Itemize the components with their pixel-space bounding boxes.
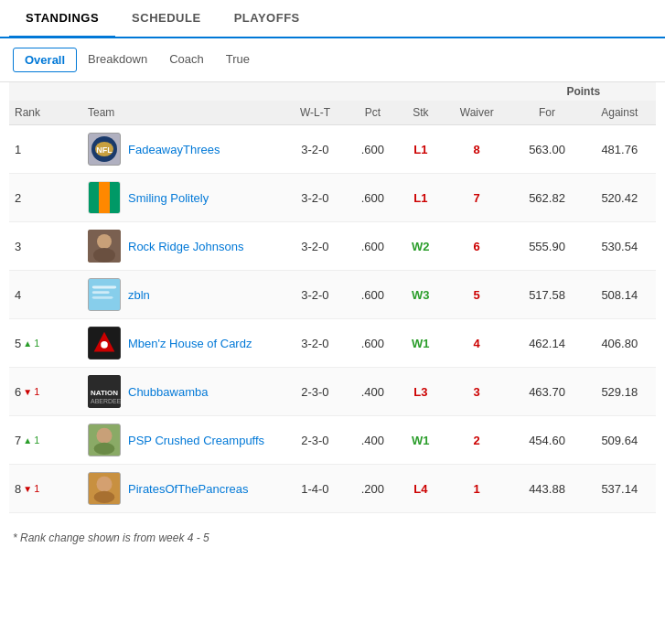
wlt-cell: 3-2-0: [284, 125, 347, 174]
svg-point-18: [94, 443, 115, 455]
team-avatar: [88, 181, 121, 214]
team-avatar: [88, 424, 121, 456]
points-against-cell: 529.18: [584, 368, 656, 416]
team-avatar: [88, 472, 121, 505]
waiver-cell: 5: [443, 271, 511, 319]
rank-cell: 5 ▲ 1: [9, 319, 82, 368]
waiver-cell: 2: [443, 416, 511, 465]
svg-point-21: [94, 491, 115, 503]
waiver-cell: 6: [443, 222, 511, 271]
rank-arrow-icon: ▼: [23, 387, 32, 397]
tab-schedule[interactable]: SCHEDULE: [115, 0, 218, 37]
rank-number: 3: [15, 240, 21, 253]
points-against-cell: 481.76: [584, 125, 656, 174]
points-against-cell: 406.80: [584, 319, 656, 368]
team-avatar: NFL: [88, 133, 121, 166]
subtab-breakdown[interactable]: Breakdown: [77, 48, 158, 72]
streak-cell: W2: [399, 222, 443, 271]
team-cell: Rock Ridge Johnsons: [82, 222, 284, 271]
points-for-cell: 454.60: [511, 416, 584, 465]
table-row: 5 ▲ 1 Mben'z House of Cardz 3-2-0 .600 W…: [9, 319, 656, 368]
col-rank: Rank: [9, 101, 82, 125]
subtab-coach[interactable]: Coach: [158, 48, 215, 72]
col-against: Against: [584, 101, 656, 125]
rank-number: 4: [15, 288, 21, 302]
rank-change-num: 1: [34, 483, 39, 494]
rank-cell: 6 ▼ 1: [9, 368, 82, 416]
waiver-cell: 4: [443, 319, 511, 368]
streak-cell: L4: [399, 465, 443, 513]
points-for-cell: 443.88: [511, 465, 584, 513]
svg-rect-8: [92, 291, 110, 294]
team-avatar: [88, 327, 121, 360]
rank-number: 2: [15, 191, 21, 205]
points-against-cell: 530.54: [584, 222, 656, 271]
wlt-cell: 3-2-0: [284, 222, 347, 271]
table-row: 7 ▲ 1 PSP Crushed Creampuffs 2-3-0 .400 …: [9, 416, 656, 465]
subtab-true[interactable]: True: [215, 48, 261, 72]
streak-cell: L1: [399, 125, 443, 174]
team-name[interactable]: Mben'z House of Cardz: [128, 337, 252, 350]
team-avatar: [88, 278, 121, 311]
subtab-overall[interactable]: Overall: [13, 48, 77, 72]
tab-standings[interactable]: STANDINGS: [9, 0, 115, 38]
points-against-cell: 520.42: [584, 174, 656, 222]
tab-playoffs[interactable]: PLAYOFFS: [218, 0, 316, 37]
col-for: For: [511, 101, 584, 125]
streak-cell: W1: [399, 416, 443, 465]
col-pct: Pct: [347, 101, 399, 125]
rank-change-num: 1: [34, 338, 39, 349]
pct-cell: .600: [347, 125, 399, 174]
rank-number: 1: [15, 143, 21, 156]
rank-cell: 2: [9, 174, 82, 222]
svg-point-20: [97, 477, 113, 492]
svg-text:NFL: NFL: [96, 145, 113, 155]
rank-cell: 8 ▼ 1: [9, 465, 82, 513]
rank-number: 5: [15, 337, 21, 350]
pct-cell: .400: [347, 416, 399, 465]
rank-arrow-icon: ▼: [23, 484, 32, 494]
rank-cell: 4: [9, 271, 82, 319]
team-cell: Smiling Politely: [82, 174, 284, 222]
team-name[interactable]: Rock Ridge Johnsons: [128, 240, 243, 253]
rank-arrow-icon: ▲: [23, 338, 32, 349]
wlt-cell: 3-2-0: [284, 174, 347, 222]
streak-cell: W3: [399, 271, 443, 319]
team-name[interactable]: Chubbawamba: [128, 385, 208, 399]
team-name[interactable]: PiratesOfThePancreas: [128, 482, 249, 496]
team-name[interactable]: PSP Crushed Creampuffs: [128, 434, 264, 447]
team-cell: PiratesOfThePancreas: [82, 465, 284, 513]
wlt-cell: 2-3-0: [284, 416, 347, 465]
points-for-cell: 563.00: [511, 125, 584, 174]
pct-cell: .600: [347, 174, 399, 222]
pct-cell: .200: [347, 465, 399, 513]
table-row: 1 NFL FadeawayThrees 3-2-0 .600 L1 8 563…: [9, 125, 656, 174]
waiver-cell: 8: [443, 125, 511, 174]
rank-change-num: 1: [34, 386, 39, 397]
team-cell: zbln: [82, 271, 284, 319]
points-against-cell: 508.14: [584, 271, 656, 319]
col-stk: Stk: [399, 101, 443, 125]
team-avatar: NATION ABERDEEN: [88, 375, 121, 408]
svg-point-5: [93, 248, 115, 263]
team-name[interactable]: FadeawayThrees: [128, 143, 220, 156]
points-for-cell: 462.14: [511, 319, 584, 368]
waiver-cell: 1: [443, 465, 511, 513]
pct-cell: .400: [347, 368, 399, 416]
pct-cell: .600: [347, 271, 399, 319]
table-row: 6 ▼ 1 NATION ABERDEEN Chubbawamba 2-3-0 …: [9, 368, 656, 416]
team-name[interactable]: zbln: [128, 288, 150, 302]
svg-rect-6: [89, 279, 120, 310]
team-cell: PSP Crushed Creampuffs: [82, 416, 284, 465]
rank-cell: 1: [9, 125, 82, 174]
team-name[interactable]: Smiling Politely: [128, 191, 209, 205]
rank-number: 6: [15, 385, 21, 399]
rank-arrow-icon: ▲: [23, 435, 32, 445]
rank-change-num: 1: [34, 435, 39, 445]
points-group-header: Points: [511, 82, 656, 101]
points-against-cell: 537.14: [584, 465, 656, 513]
svg-text:ABERDEEN: ABERDEEN: [91, 398, 121, 404]
team-avatar: [88, 230, 121, 263]
col-waiver: Waiver: [443, 101, 511, 125]
table-row: 8 ▼ 1 PiratesOfThePancreas 1-4-0 .200 L4…: [9, 465, 656, 513]
